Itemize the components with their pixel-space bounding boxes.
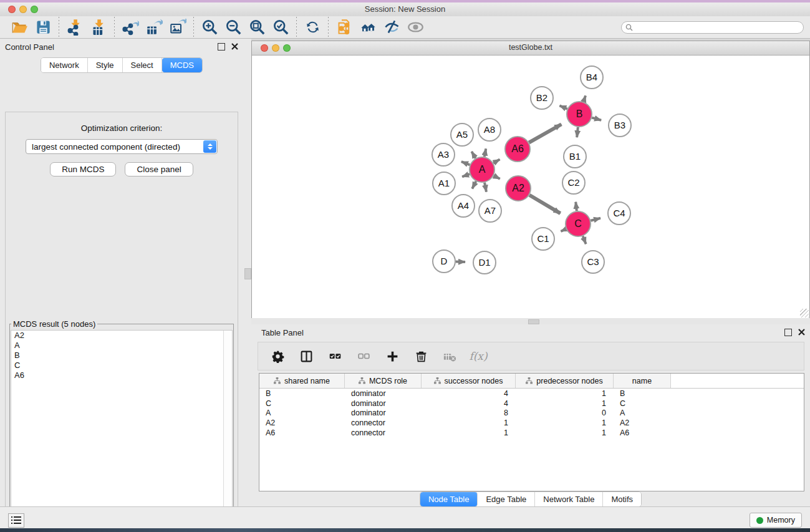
cell-shared-name[interactable]: A6 [259,428,345,437]
cell-successor-nodes[interactable]: 1 [422,418,516,427]
cell-predecessor-nodes[interactable]: 1 [516,428,614,437]
cell-shared-name[interactable]: A [259,409,345,417]
graph-edge[interactable] [577,127,578,137]
graph-node-A1[interactable]: A1 [433,172,455,195]
graph-edge[interactable] [592,118,601,120]
cell-shared-name[interactable]: A2 [259,418,345,427]
graph-node-C1[interactable]: C1 [532,228,554,250]
refresh-button[interactable] [301,17,324,37]
zoom-selected-button[interactable] [269,17,292,37]
columns-button[interactable] [298,348,314,364]
cell-name[interactable]: A2 [614,418,671,427]
zoom-out-button[interactable] [221,17,245,37]
cell-successor-nodes[interactable]: 1 [422,428,516,437]
graph-edge[interactable] [485,183,486,192]
criterion-dropdown[interactable]: largest connected component (directed) [26,139,218,154]
cell-name[interactable]: B [614,389,671,398]
column-header-MCDS-role[interactable]: MCDS role [345,374,422,388]
graph-edge[interactable] [529,124,561,142]
graph-edge[interactable] [462,174,470,177]
cell-shared-name[interactable]: C [259,399,345,408]
graph-edge[interactable] [591,218,600,221]
open-session-button[interactable] [7,17,31,37]
graph-edge[interactable] [561,229,566,231]
table-row[interactable]: A6connector11A6 [259,428,804,438]
graph-node-C3[interactable]: C3 [582,251,604,273]
zoom-fit-button[interactable] [245,17,269,37]
graph-edge[interactable] [493,160,499,163]
tab-mcds[interactable]: MCDS [162,58,202,72]
cell-predecessor-nodes[interactable]: 1 [516,418,614,427]
settings-button[interactable] [269,348,286,364]
cell-shared-name[interactable]: B [259,389,345,398]
cell-MCDS-role[interactable]: dominator [345,399,422,408]
select-all-checks-button[interactable] [327,348,343,364]
tab-edge-table[interactable]: Edge Table [478,492,535,506]
column-header-shared-name[interactable]: shared name [259,374,345,388]
clear-checks-button[interactable] [355,348,372,364]
mcds-result-item[interactable]: A [11,341,232,351]
mcds-result-item[interactable]: C [11,360,232,370]
task-history-button[interactable] [8,513,24,528]
table-row[interactable]: Adominator80A [259,409,804,418]
graph-node-C2[interactable]: C2 [562,172,585,194]
delete-rows-button[interactable] [413,348,429,364]
graph-node-A[interactable]: A [470,157,494,182]
table-row[interactable]: A2connector11A2 [259,418,804,428]
column-header-predecessor-nodes[interactable]: predecessor nodes [516,374,614,388]
graph-node-A5[interactable]: A5 [451,123,473,146]
mcds-result-item[interactable]: A6 [11,370,232,380]
graph-edge[interactable] [529,195,561,213]
tab-motifs[interactable]: Motifs [603,492,641,506]
cell-successor-nodes[interactable]: 8 [422,409,516,417]
cell-MCDS-role[interactable]: dominator [345,409,422,417]
horizontal-splitter[interactable] [251,318,810,324]
node-table[interactable]: shared nameMCDS rolesuccessor nodesprede… [259,373,804,491]
cell-MCDS-role[interactable]: connector [345,428,422,437]
graph-edge[interactable] [461,162,470,165]
scrollbar-track[interactable] [223,331,232,531]
graph-edge[interactable] [485,148,486,157]
export-network-button[interactable] [118,17,142,37]
graph-node-A2[interactable]: A2 [506,176,531,201]
graph-node-A7[interactable]: A7 [479,200,501,222]
float-panel-icon[interactable] [784,329,792,336]
network-canvas[interactable]: AA1A2A3A4A5A6A7A8BB1B2B3B4CC1C2C3C4DD1 [252,56,809,318]
graph-node-A3[interactable]: A3 [432,143,455,166]
graph-node-B3[interactable]: B3 [609,114,631,137]
graph-node-B4[interactable]: B4 [581,66,603,89]
cell-predecessor-nodes[interactable]: 0 [516,409,614,417]
delete-table-button[interactable] [441,348,458,364]
export-image-button[interactable] [166,17,190,37]
splitter-grip[interactable] [244,268,251,279]
tab-network-table[interactable]: Network Table [535,492,603,506]
memory-button[interactable]: Memory [750,513,802,528]
tab-node-table[interactable]: Node Table [420,492,478,506]
tab-network[interactable]: Network [41,58,88,72]
cell-name[interactable]: A6 [614,428,671,437]
graph-edge[interactable] [559,105,567,109]
graph-edge[interactable] [472,181,476,189]
cell-MCDS-role[interactable]: connector [345,418,422,427]
graph-node-B1[interactable]: B1 [564,145,586,168]
table-row[interactable]: Bdominator41B [259,389,804,399]
show-all-button[interactable] [403,17,427,37]
graph-node-A8[interactable]: A8 [478,118,501,141]
import-table-button[interactable] [87,17,110,37]
save-session-button[interactable] [31,17,55,37]
zoom-in-button[interactable] [198,17,221,37]
cell-predecessor-nodes[interactable]: 1 [516,389,614,398]
cell-successor-nodes[interactable]: 4 [422,389,516,398]
mcds-result-list[interactable]: A2ABCA6 [11,330,233,531]
export-table-button[interactable] [142,17,166,37]
function-builder-button[interactable]: f(x) [470,348,486,364]
home-button[interactable] [356,17,380,37]
close-panel-icon[interactable] [798,328,805,337]
graph-edge[interactable] [576,202,577,211]
graph-node-C4[interactable]: C4 [608,202,630,225]
graph-node-D1[interactable]: D1 [473,251,496,274]
float-panel-icon[interactable] [218,43,225,51]
mcds-result-item[interactable]: A2 [11,331,232,341]
close-panel-button[interactable]: Close panel [125,162,193,177]
graph-node-B2[interactable]: B2 [531,87,553,109]
